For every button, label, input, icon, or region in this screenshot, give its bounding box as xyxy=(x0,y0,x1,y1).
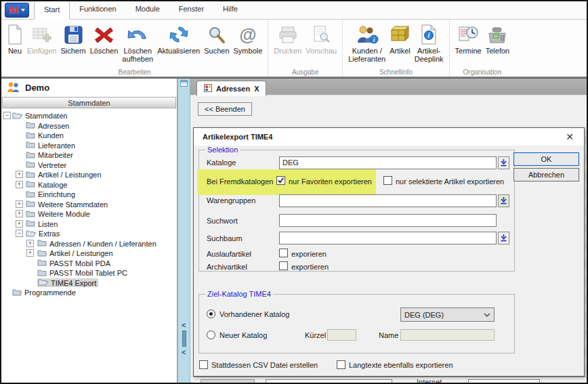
people-info-icon: i xyxy=(355,22,379,47)
tree-item-passt-mobil-tablet[interactable]: PASST Mobil Tablet PC xyxy=(1,268,177,278)
tree-item-mitarbeiter[interactable]: Mitarbeiter xyxy=(1,150,177,161)
expand-plus-icon[interactable]: + xyxy=(16,181,23,188)
vorschau-button[interactable]: Vorschau xyxy=(303,22,339,56)
kuerzel-field[interactable] xyxy=(327,329,356,341)
warengruppen-dropdown-button[interactable] xyxy=(498,194,509,207)
termine-button[interactable]: Termine xyxy=(453,22,484,56)
kataloge-dropdown-button[interactable] xyxy=(498,156,509,169)
artikelexport-dialog: Artikelexport TIME4 ✕ Selektion Kataloge… xyxy=(193,127,585,377)
expand-plus-icon[interactable]: + xyxy=(16,210,23,217)
arrow-down-to-bar-icon xyxy=(501,197,507,205)
delete-x-icon xyxy=(94,22,114,47)
name-field[interactable] xyxy=(400,329,495,341)
beenden-button[interactable]: << Beenden xyxy=(198,102,252,116)
tab-hilfe[interactable]: Hilfe xyxy=(213,1,247,19)
tree-item-lieferanten[interactable]: Lieferanten xyxy=(1,141,177,151)
aktualisieren-label: Aktualisieren xyxy=(157,47,200,55)
sichern-button[interactable]: Sichern xyxy=(58,22,87,56)
document-tab-adressen[interactable]: Adressen X xyxy=(196,81,266,96)
expand-plus-icon[interactable]: + xyxy=(16,171,23,178)
tab-module[interactable]: Module xyxy=(126,1,169,19)
tree-item-weitere-stammdaten[interactable]: + Weitere Stammdaten xyxy=(1,200,177,210)
tree-item-einrichtung[interactable]: Einrichtung xyxy=(1,190,177,200)
expand-plus-icon[interactable]: + xyxy=(16,220,23,228)
tab-close-icon[interactable]: X xyxy=(254,85,259,93)
tree-item-listen[interactable]: + Listen xyxy=(1,219,177,230)
close-icon[interactable]: ✕ xyxy=(562,130,577,144)
collapse-left-icon[interactable]: < xyxy=(182,348,186,356)
tree-item-kunden[interactable]: Kunden xyxy=(1,131,177,141)
nur-selektierte-checkbox[interactable] xyxy=(383,176,392,185)
suchwort-field[interactable] xyxy=(279,214,497,227)
einfuegen-button[interactable]: Einfügen xyxy=(25,22,58,56)
expand-plus-icon[interactable]: + xyxy=(26,249,34,257)
nur-favoriten-checkbox[interactable] xyxy=(276,176,285,185)
symbole-button[interactable]: @ Symbole xyxy=(232,22,265,56)
tab-fenster[interactable]: Fenster xyxy=(169,1,213,19)
expand-minus-icon[interactable]: − xyxy=(16,230,23,237)
expand-minus-icon[interactable]: − xyxy=(3,112,11,119)
tree-item-vertreter[interactable]: Vertreter xyxy=(1,161,177,171)
csv-checkbox[interactable] xyxy=(199,360,208,369)
sidebar-section-label: Stammdaten xyxy=(68,99,110,107)
collapse-left-icon[interactable]: < xyxy=(182,321,186,329)
sidebar-splitter[interactable]: < < xyxy=(177,79,190,383)
tab-start[interactable]: Start xyxy=(34,1,70,20)
neuer-katalog-radio[interactable] xyxy=(207,330,215,339)
tree-label: Adressen / Kunden / Lieferanten xyxy=(47,240,156,248)
tab-funktionen[interactable]: Funktionen xyxy=(70,1,125,19)
group-label-organisation: Organisation xyxy=(450,68,516,76)
background-button xyxy=(201,379,255,384)
tree-item-weitere-module[interactable]: + Weitere Module xyxy=(1,209,177,219)
kunden-lieferanten-button[interactable]: i Kunden / Lieferanten xyxy=(346,22,387,64)
neu-button[interactable]: Neu xyxy=(5,22,25,56)
tree-item-time4-export[interactable]: TIME4 Export xyxy=(1,278,177,289)
app-menu-button[interactable]: M xyxy=(5,3,29,18)
loeschen-button[interactable]: Löschen xyxy=(88,22,121,56)
tree-item-adressen[interactable]: Adressen xyxy=(1,121,177,131)
telefon-button[interactable]: Telefon xyxy=(484,22,511,56)
artikel-deeplink-button[interactable]: i Artikel- Deeplink xyxy=(413,22,446,64)
drucken-button[interactable]: Drucken xyxy=(272,22,303,56)
ok-button[interactable]: OK xyxy=(513,152,579,166)
tree-item-artikel-leistungen-extras[interactable]: + Artikel / Leistungen xyxy=(1,249,177,259)
archivartikel-checkbox[interactable] xyxy=(279,261,288,270)
auslaufartikel-checkbox[interactable] xyxy=(279,249,288,257)
tree-item-stammdaten[interactable]: − Stammdaten xyxy=(1,111,177,121)
warengruppen-field[interactable] xyxy=(279,194,497,207)
tree-item-kataloge[interactable]: + Kataloge xyxy=(1,180,177,190)
group-label-bearbeiten: Bearbeiten xyxy=(1,68,268,76)
folder-icon xyxy=(26,141,35,150)
tree-item-artikel-leistungen[interactable]: + Artikel / Leistungen xyxy=(1,170,177,180)
kataloge-field[interactable]: DEG xyxy=(279,156,497,169)
loeschen-label: Löschen xyxy=(90,47,119,55)
abbrechen-button[interactable]: Abbrechen xyxy=(513,168,579,182)
tree-label: Artikel / Leistungen xyxy=(47,249,113,257)
langtexte-checkbox[interactable] xyxy=(337,360,345,369)
artikel-label: Artikel xyxy=(390,47,411,55)
drucken-label: Drucken xyxy=(274,47,301,55)
splitter-handle[interactable] xyxy=(182,330,186,347)
suchbaum-field[interactable] xyxy=(279,232,497,244)
folder-icon xyxy=(37,249,47,258)
vorhandener-katalog-radio[interactable] xyxy=(207,310,215,318)
loeschen-aufheben-label: Löschen aufheben xyxy=(122,47,153,63)
archivartikel-cb-label: exportieren xyxy=(291,263,329,271)
sidebar-section-header[interactable]: Stammdaten xyxy=(2,97,176,108)
expand-plus-icon[interactable]: + xyxy=(16,200,23,208)
expand-plus-icon[interactable]: + xyxy=(26,240,34,247)
main-area: Adressen X << Beenden Internet Artikelex… xyxy=(190,79,587,383)
tree-item-programmende[interactable]: Programmende xyxy=(1,288,177,298)
tree-item-adressen-kunden-lieferanten[interactable]: + Adressen / Kunden / Lieferanten xyxy=(1,239,177,249)
arrow-down-to-bar-icon xyxy=(501,234,507,242)
loeschen-aufheben-button[interactable]: Löschen aufheben xyxy=(120,22,155,64)
tree-item-passt-mobil-pda[interactable]: PASST Mobil PDA xyxy=(1,259,177,269)
suchbaum-dropdown-button[interactable] xyxy=(498,232,509,244)
tree-item-extras[interactable]: − Extras xyxy=(1,229,177,239)
suchen-button[interactable]: Suchen xyxy=(202,22,231,56)
undo-arrow-icon xyxy=(127,22,148,47)
telefon-label: Telefon xyxy=(486,47,509,55)
aktualisieren-button[interactable]: Aktualisieren xyxy=(155,22,202,56)
artikel-button[interactable]: Artikel xyxy=(387,22,413,56)
katalog-combobox[interactable]: DEG (DEG) xyxy=(400,307,495,322)
